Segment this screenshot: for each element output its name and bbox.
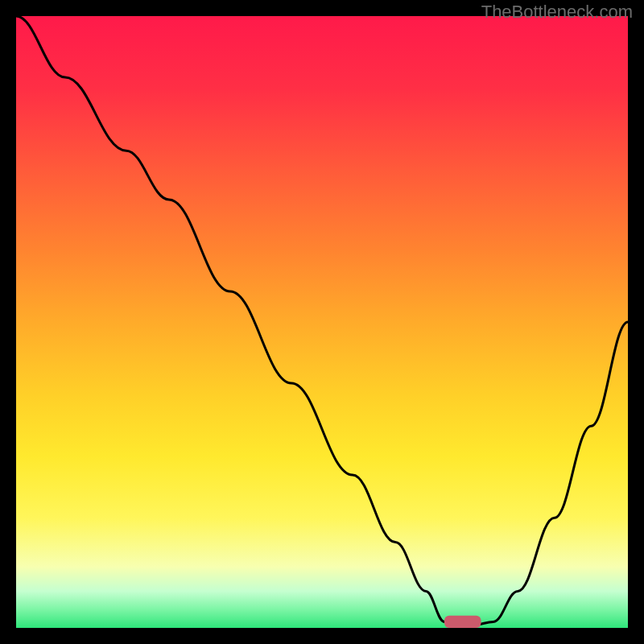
chart-background	[16, 16, 628, 628]
watermark-text: TheBottleneck.com	[481, 2, 633, 23]
chart-plot-area	[16, 16, 628, 628]
chart-svg	[16, 16, 628, 628]
optimal-point-marker	[444, 616, 481, 628]
